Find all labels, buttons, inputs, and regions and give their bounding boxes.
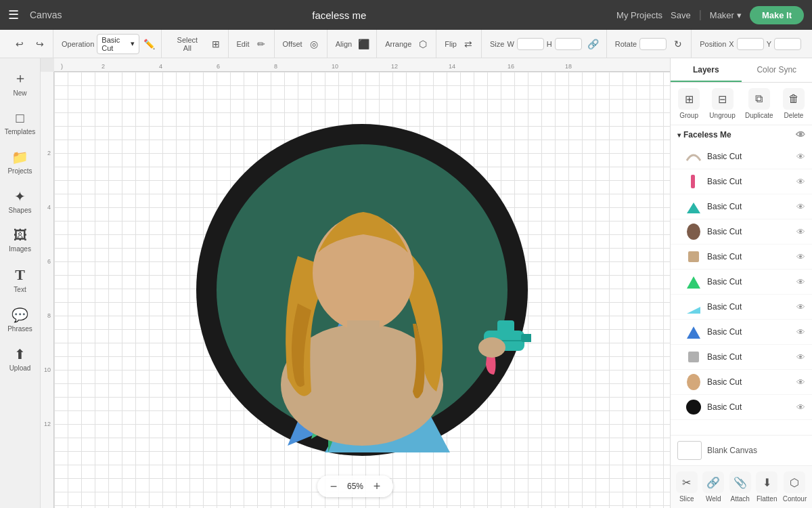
layer-item[interactable]: Basic Cut 👁 xyxy=(671,295,812,320)
my-projects-link[interactable]: My Projects xyxy=(616,10,662,20)
ungroup-icon: ⊟ xyxy=(712,88,734,110)
layer-item[interactable]: Basic Cut 👁 xyxy=(671,144,812,169)
svg-point-23 xyxy=(686,400,701,415)
ruler-left: 2 4 6 8 10 12 xyxy=(41,72,54,508)
layer-item[interactable]: Basic Cut 👁 xyxy=(671,219,812,245)
slice-button[interactable]: ✂ Slice xyxy=(676,471,698,503)
tab-color-sync[interactable]: Color Sync xyxy=(742,58,813,82)
y-input[interactable] xyxy=(774,38,801,50)
undo-button[interactable]: ↩ xyxy=(11,35,28,53)
size-label: Size xyxy=(490,40,504,48)
operation-select[interactable]: Basic Cut ▾ xyxy=(97,34,139,54)
save-button[interactable]: Save xyxy=(671,10,691,20)
layer-eye-6[interactable]: 👁 xyxy=(796,302,805,312)
layer-eye-9[interactable]: 👁 xyxy=(796,377,805,387)
layer-eye-3[interactable]: 👁 xyxy=(796,227,805,237)
edit-icon-btn[interactable]: ✏️ xyxy=(142,35,157,53)
attach-button[interactable]: 📎 Attach xyxy=(729,471,751,503)
sidebar-item-images[interactable]: 🖼 Images xyxy=(3,222,38,258)
align-button[interactable]: ⬛ xyxy=(355,35,372,53)
panel-tabs: Layers Color Sync xyxy=(671,58,812,83)
edit-button[interactable]: ✏ xyxy=(252,35,270,53)
layer-item[interactable]: Basic Cut 👁 xyxy=(671,270,812,295)
delete-button[interactable]: 🗑 Delete xyxy=(783,88,805,119)
layer-item[interactable]: Basic Cut 👁 xyxy=(671,370,812,395)
canvas-label: Canvas xyxy=(30,9,62,20)
offset-label: Offset xyxy=(283,40,302,48)
contour-icon: ⬡ xyxy=(784,471,805,493)
sidebar-item-upload[interactable]: ⬆ Upload xyxy=(3,341,38,377)
rotate-input[interactable] xyxy=(639,38,667,50)
layer-thumb-4 xyxy=(684,247,703,266)
sidebar-item-phrases[interactable]: 💬 Phrases xyxy=(3,301,38,338)
panel-bottom-actions: ✂ Slice 🔗 Weld 📎 Attach ⬇ Flatten ⬡ Cont… xyxy=(671,465,812,508)
duplicate-button[interactable]: ⧉ Duplicate xyxy=(745,88,773,119)
layer-name-1: Basic Cut xyxy=(707,177,792,186)
rotate-btn[interactable]: ↻ xyxy=(669,35,687,53)
width-input[interactable] xyxy=(517,38,544,50)
select-mode-button[interactable]: ⊞ xyxy=(208,35,223,53)
arrange-button[interactable]: ⬡ xyxy=(414,35,432,53)
ungroup-button[interactable]: ⊟ Ungroup xyxy=(709,88,735,119)
layer-thumb-8 xyxy=(684,347,703,366)
zoom-controls: − 65% + xyxy=(317,475,393,497)
layer-item[interactable]: Basic Cut 👁 xyxy=(671,320,812,345)
layer-eye-0[interactable]: 👁 xyxy=(796,152,805,162)
ruler-top: ) 2 4 6 8 10 12 14 16 18 xyxy=(54,58,670,72)
lock-aspect-button[interactable]: 🔗 xyxy=(585,35,602,53)
layer-thumb-1 xyxy=(684,172,703,191)
height-input[interactable] xyxy=(555,38,582,50)
group-visibility-toggle[interactable]: 👁 xyxy=(796,129,805,140)
layer-group-header[interactable]: ▾ Faceless Me 👁 xyxy=(671,125,812,144)
select-all-section: Select All ⊞ xyxy=(166,30,229,58)
svg-rect-10 xyxy=(497,320,514,334)
position-label: Position xyxy=(700,40,726,48)
history-section: ↩ ↪ xyxy=(7,30,53,58)
sidebar-item-new[interactable]: ＋ New xyxy=(3,64,38,102)
layer-item[interactable]: Basic Cut 👁 xyxy=(671,345,812,370)
make-it-button[interactable]: Make It xyxy=(750,6,804,24)
zoom-in-button[interactable]: + xyxy=(369,478,385,494)
layer-name-9: Basic Cut xyxy=(707,377,792,387)
layer-item[interactable]: Basic Cut 👁 xyxy=(671,395,812,420)
layer-item[interactable]: Basic Cut 👁 xyxy=(671,245,812,270)
sidebar-item-templates[interactable]: □ Templates xyxy=(3,105,38,141)
select-all-button[interactable]: Select All xyxy=(170,35,206,53)
layer-eye-4[interactable]: 👁 xyxy=(796,252,805,262)
canvas-area[interactable]: ) 2 4 6 8 10 12 14 16 18 2 4 6 8 10 12 xyxy=(41,58,670,508)
contour-button[interactable]: ⬡ Contour xyxy=(783,471,807,503)
redo-button[interactable]: ↪ xyxy=(31,35,49,53)
layer-eye-10[interactable]: 👁 xyxy=(796,402,805,412)
layer-item[interactable]: Basic Cut 👁 xyxy=(671,169,812,194)
layer-item[interactable]: Basic Cut 👁 xyxy=(671,194,812,219)
sidebar-item-shapes[interactable]: ✦ Shapes xyxy=(3,183,38,219)
tab-layers[interactable]: Layers xyxy=(671,58,742,82)
sidebar-item-text[interactable]: T Text xyxy=(3,261,38,299)
layer-eye-5[interactable]: 👁 xyxy=(796,277,805,287)
layer-eye-2[interactable]: 👁 xyxy=(796,202,805,212)
phrases-icon: 💬 xyxy=(12,307,28,323)
layer-name-0: Basic Cut xyxy=(707,152,792,161)
layer-eye-1[interactable]: 👁 xyxy=(796,177,805,187)
flip-button[interactable]: ⇄ xyxy=(459,35,477,53)
layer-eye-8[interactable]: 👁 xyxy=(796,352,805,362)
flatten-button[interactable]: ⬇ Flatten xyxy=(756,471,777,503)
maker-dropdown[interactable]: Maker ▾ xyxy=(710,10,742,20)
layer-eye-7[interactable]: 👁 xyxy=(796,327,805,337)
layer-name-3: Basic Cut xyxy=(707,227,792,236)
layer-name-5: Basic Cut xyxy=(707,277,792,287)
weld-button[interactable]: 🔗 Weld xyxy=(702,471,724,503)
sidebar-item-projects[interactable]: 📁 Projects xyxy=(3,144,38,180)
x-input[interactable] xyxy=(737,38,764,50)
sidebar-templates-label: Templates xyxy=(5,128,36,135)
design-canvas[interactable] xyxy=(193,121,531,459)
group-button[interactable]: ⊞ Group xyxy=(678,88,700,119)
attach-icon: 📎 xyxy=(729,471,751,493)
offset-button[interactable]: ◎ xyxy=(305,35,323,53)
main-area: ＋ New □ Templates 📁 Projects ✦ Shapes 🖼 … xyxy=(0,58,812,508)
zoom-out-button[interactable]: − xyxy=(325,478,342,494)
layer-thumb-5 xyxy=(684,272,703,291)
duplicate-icon: ⧉ xyxy=(748,88,770,110)
menu-icon[interactable]: ☰ xyxy=(8,7,19,22)
delete-icon: 🗑 xyxy=(783,88,805,110)
